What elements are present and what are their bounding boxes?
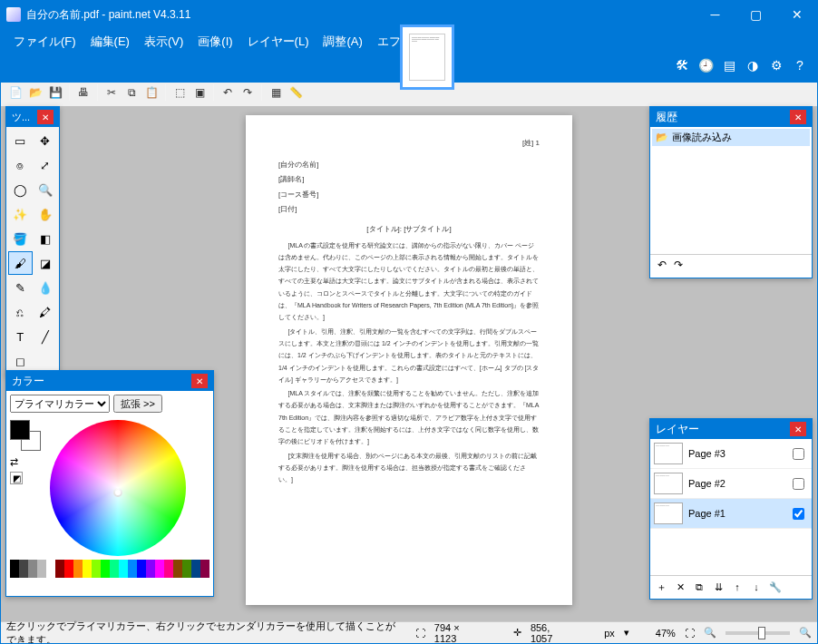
minimize-button[interactable]: ─ [695,1,735,28]
paintbrush-tool[interactable]: 🖌 [8,251,33,275]
close-icon[interactable]: ✕ [37,110,54,124]
palette-swatch[interactable] [92,569,101,578]
menu-adjust[interactable]: 調整(A) [316,30,369,54]
redo-icon[interactable]: ↷ [674,259,683,271]
zoom-fit-icon[interactable]: ⛶ [685,628,695,639]
open-file-icon[interactable]: 📂 [26,83,44,102]
palette-swatch[interactable] [137,560,146,569]
move-tool[interactable]: ✥ [34,129,58,152]
palette-swatch[interactable] [64,569,73,578]
layer-visibility-checkbox[interactable] [793,478,804,490]
menu-view[interactable]: 表示(V) [137,30,190,54]
magic-wand-tool[interactable]: ✨ [8,202,33,226]
palette-swatch[interactable] [19,569,28,578]
menu-file[interactable]: ファイル(F) [6,30,83,54]
color-mode-select[interactable]: プライマリカラー [10,395,110,413]
palette-swatch[interactable] [164,560,173,569]
new-file-icon[interactable]: 📄 [6,83,24,102]
palette-swatch[interactable] [10,560,19,569]
color-swatch[interactable] [10,420,44,454]
palette-swatch[interactable] [155,560,164,569]
zoom-out-icon[interactable]: 🔍 [704,627,716,639]
pencil-tool[interactable]: ✎ [8,276,33,299]
settings-icon[interactable]: ⚙ [766,55,786,75]
palette-swatch[interactable] [46,569,55,578]
palette-swatch[interactable] [191,560,200,569]
color-picker-tool[interactable]: 💧 [34,276,58,299]
layer-row[interactable]: ▬▬ ▬▬▬ ▬▬ Page #2 [650,469,812,499]
print-icon[interactable]: 🖶 [74,83,93,102]
cut-icon[interactable]: ✂ [102,83,121,102]
palette-swatch[interactable] [191,569,200,578]
delete-layer-icon[interactable]: ✕ [672,579,688,595]
layer-row[interactable]: ▬▬ ▬▬▬ ▬▬ Page #3 [650,439,812,469]
copy-icon[interactable]: ⧉ [122,83,141,102]
recolor-tool[interactable]: 🖍 [34,300,58,324]
close-icon[interactable]: ✕ [191,374,208,388]
crop-icon[interactable]: ⬚ [170,83,189,102]
palette-swatch[interactable] [110,569,119,578]
deselect-icon[interactable]: ▣ [190,83,209,102]
menu-edit[interactable]: 編集(E) [83,30,137,54]
duplicate-layer-icon[interactable]: ⧉ [691,579,707,595]
eraser-tool[interactable]: ◪ [34,251,58,275]
palette-swatch[interactable] [92,560,101,569]
maximize-button[interactable]: ▢ [735,1,776,28]
palette-swatch[interactable] [119,560,128,569]
close-icon[interactable]: ✕ [790,422,806,436]
gradient-tool[interactable]: ◧ [34,227,58,250]
layer-row[interactable]: ▬▬ ▬▬▬ ▬▬ Page #1 [650,499,812,529]
ellipse-select-tool[interactable]: ◯ [8,178,33,201]
palette-swatch[interactable] [37,569,46,578]
palette-swatch[interactable] [10,569,19,578]
palette-swatch[interactable] [83,569,92,578]
grid-icon[interactable]: ▦ [267,83,285,102]
clone-stamp-tool[interactable]: ⎌ [8,300,33,324]
palette-swatch[interactable] [137,569,146,578]
palette-swatch[interactable] [173,560,182,569]
palette-swatch[interactable] [119,569,128,578]
palette-swatch[interactable] [64,560,73,569]
color-wheel[interactable] [50,420,186,556]
palette-swatch[interactable] [37,560,46,569]
line-tool[interactable]: ╱ [34,325,58,348]
add-layer-icon[interactable]: ＋ [653,579,669,595]
pan-tool[interactable]: ✋ [34,202,58,226]
tools-window-icon[interactable]: 🛠 [672,55,692,75]
layer-visibility-checkbox[interactable] [793,448,804,460]
palette-swatch[interactable] [164,569,173,578]
palette-swatch[interactable] [173,569,182,578]
primary-color-swatch[interactable] [10,420,30,440]
expand-button[interactable]: 拡張 >> [113,395,162,413]
palette-swatch[interactable] [28,569,37,578]
unit-label[interactable]: px [604,628,615,639]
ruler-icon[interactable]: 📏 [287,83,305,102]
undo-icon[interactable]: ↶ [219,83,237,102]
move-down-icon[interactable]: ↓ [748,579,764,595]
palette-swatch[interactable] [146,569,155,578]
zoom-slider[interactable] [725,631,790,635]
color-palette[interactable] [6,560,213,581]
color-picker-handle[interactable] [113,488,122,497]
palette-swatch[interactable] [19,560,28,569]
text-tool[interactable]: T [8,325,33,348]
layers-window-icon[interactable]: ▤ [719,55,739,75]
palette-swatch[interactable] [73,569,83,578]
swap-colors-icon[interactable]: ⇄ [10,456,44,468]
palette-swatch[interactable] [101,569,110,578]
redo-icon[interactable]: ↷ [239,83,257,102]
lasso-tool[interactable]: ⌾ [8,153,33,177]
document-thumbnail[interactable]: ▬▬▬ ▬▬ ▬▬▬▬ ▬▬▬ ▬▬ ▬▬▬▬▬ ▬▬▬ ▬▬▬▬ ▬▬ ▬▬▬ [400,24,454,90]
layer-properties-icon[interactable]: 🔧 [767,579,784,595]
close-button[interactable]: ✕ [776,1,817,28]
zoom-tool[interactable]: 🔍 [34,178,58,201]
palette-swatch[interactable] [73,560,83,569]
palette-swatch[interactable] [128,569,137,578]
help-icon[interactable]: ? [790,55,810,75]
close-icon[interactable]: ✕ [790,110,806,124]
palette-swatch[interactable] [55,560,64,569]
save-file-icon[interactable]: 💾 [46,83,64,102]
menu-image[interactable]: 画像(I) [190,30,239,54]
reset-colors-icon[interactable]: ◩ [10,472,23,484]
bucket-tool[interactable]: 🪣 [8,227,33,250]
